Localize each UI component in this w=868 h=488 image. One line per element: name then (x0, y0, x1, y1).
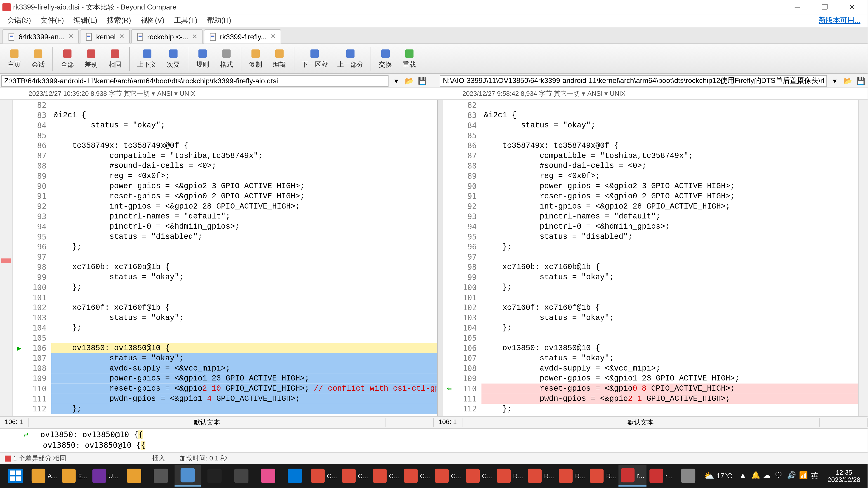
file-tab[interactable]: rockchip <-...✕ (131, 29, 203, 43)
code-line[interactable] (51, 414, 437, 416)
code-line[interactable]: pinctrl-0 = <&hdmiin_gpios>; (51, 222, 437, 232)
code-line[interactable] (482, 292, 858, 302)
taskbar-app-button[interactable] (148, 465, 174, 487)
code-line[interactable] (51, 333, 437, 343)
taskbar-app-button[interactable]: A... (29, 465, 59, 487)
code-line[interactable]: status = "okay"; (482, 353, 858, 363)
code-line[interactable]: reset-gpios = <&gpio0 2 GPIO_ACTIVE_HIGH… (51, 191, 437, 201)
tray-icon[interactable]: 🔊 (787, 471, 797, 481)
code-line[interactable]: power-gpios = <&gpio1 23 GPIO_ACTIVE_HIG… (482, 373, 858, 384)
code-line[interactable]: xc7160f: xc7160f@1b { (482, 302, 858, 313)
file-tab[interactable]: kernel✕ (80, 29, 130, 43)
code-line[interactable] (482, 333, 858, 343)
taskbar-app-button[interactable]: r... (647, 465, 675, 487)
code-line[interactable]: #sound-dai-cells = <0>; (482, 161, 858, 171)
code-line[interactable]: ov13850: ov13850@10 { (51, 343, 437, 353)
right-open-icon[interactable]: 📂 (842, 75, 853, 86)
code-line[interactable]: xc7160f: xc7160f@1b { (51, 302, 437, 313)
toolbar-reload-button[interactable]: 重载 (397, 45, 421, 72)
code-line[interactable]: power-gpios = <&gpio1 23 GPIO_ACTIVE_HIG… (51, 373, 437, 384)
taskbar-app-button[interactable]: C... (309, 465, 339, 487)
maximize-button[interactable]: ❐ (811, 1, 838, 14)
code-line[interactable]: tc358749x: tc358749x@0f { (51, 140, 437, 151)
code-line[interactable]: reset-gpios = <&gpio0 2 GPIO_ACTIVE_HIGH… (482, 191, 858, 201)
tab-close-icon[interactable]: ✕ (270, 33, 276, 40)
code-line[interactable]: xc7160b: xc7160b@1b { (482, 262, 858, 272)
left-code[interactable]: &i2c1 { status = "okay"; tc358749x: tc35… (51, 100, 437, 416)
code-line[interactable]: avdd-supply = <&vcc_mipi>; (51, 363, 437, 373)
code-line[interactable]: tc358749x: tc358749x@0f { (482, 140, 858, 151)
clock[interactable]: 12:352023/12/28 (823, 469, 865, 483)
new-version-link[interactable]: 新版本可用... (819, 15, 865, 26)
code-line[interactable]: xc7160b: xc7160b@1b { (51, 262, 437, 272)
taskbar-app-button[interactable] (2, 465, 29, 487)
toolbar-same-button[interactable]: 相同 (103, 45, 127, 72)
system-tray[interactable]: ▲🔔☁🛡🔊📶英 (735, 471, 823, 481)
code-line[interactable]: }; (51, 282, 437, 292)
code-line[interactable]: reset-gpios = <&gpio2 10 GPIO_ACTIVE_HIG… (51, 384, 437, 394)
tray-icon[interactable]: 📶 (799, 471, 809, 481)
taskbar-app-button[interactable] (175, 465, 201, 487)
toolbar-diff-button[interactable]: 差别 (79, 45, 103, 72)
close-button[interactable]: ✕ (839, 1, 865, 14)
left-open-icon[interactable]: 📂 (404, 75, 414, 86)
taskbar-app-button[interactable]: C... (371, 465, 401, 487)
code-line[interactable]: status = "okay"; (51, 272, 437, 283)
toolbar-minor-button[interactable]: 次要 (161, 45, 185, 72)
code-line[interactable] (51, 130, 437, 140)
taskbar-app-button[interactable] (282, 465, 308, 487)
code-line[interactable]: status = "okay"; (482, 272, 858, 283)
toolbar-copy-button[interactable]: 复制 (244, 45, 268, 72)
taskbar-app-button[interactable]: U... (90, 465, 121, 487)
code-line[interactable] (51, 100, 437, 110)
toolbar-all-button[interactable]: 全部 (55, 45, 79, 72)
pane-splitter[interactable] (437, 100, 443, 416)
minimize-button[interactable]: ─ (784, 1, 810, 14)
code-line[interactable]: power-gpios = <&gpio2 3 GPIO_ACTIVE_HIGH… (51, 181, 437, 191)
code-line[interactable]: status = "okay"; (51, 120, 437, 130)
code-line[interactable]: int-gpios = <&gpio2 28 GPIO_ACTIVE_HIGH>… (51, 201, 437, 212)
code-line[interactable]: avdd-supply = <&vcc_mipi>; (482, 363, 858, 373)
code-line[interactable]: }; (482, 282, 858, 292)
ime-indicator[interactable]: 英 (811, 471, 818, 481)
code-line[interactable]: ov13850: ov13850@10 { (482, 343, 858, 353)
code-line[interactable] (482, 130, 858, 140)
taskbar-app-button[interactable]: 2... (60, 465, 89, 487)
tray-icon[interactable]: 🛡 (775, 471, 784, 481)
taskbar-app-button[interactable]: R... (526, 465, 556, 487)
taskbar-app-button[interactable]: r... (619, 465, 646, 487)
code-line[interactable]: status = "okay"; (51, 313, 437, 323)
menu-item[interactable]: 视图(V) (136, 15, 169, 26)
left-pane[interactable]: ▶ 82838485868788899091929394959697989910… (13, 100, 437, 416)
tray-icon[interactable]: ☁ (763, 471, 773, 481)
code-line[interactable] (482, 414, 858, 416)
code-line[interactable]: power-gpios = <&gpio2 3 GPIO_ACTIVE_HIGH… (482, 181, 858, 191)
taskbar-app-button[interactable]: C... (402, 465, 432, 487)
toolbar-format-button[interactable]: 格式 (215, 45, 238, 72)
tab-close-icon[interactable]: ✕ (192, 33, 197, 40)
tray-icon[interactable]: ▲ (739, 471, 749, 481)
toolbar-home-button[interactable]: 主页 (2, 45, 26, 72)
code-line[interactable]: }; (51, 404, 437, 414)
right-save-icon[interactable]: 💾 (856, 75, 866, 86)
toolbar-prev-button[interactable]: 上一部分 (333, 45, 368, 72)
taskbar-app-button[interactable]: R... (495, 465, 525, 487)
right-scrollbar[interactable] (858, 100, 868, 416)
windows-taskbar[interactable]: A...2...U...C...C...C...C...C...C...R...… (0, 464, 868, 488)
taskbar-app-button[interactable] (228, 465, 254, 487)
code-line[interactable]: pwdn-gpios = <&gpio1 4 GPIO_ACTIVE_HIGH>… (51, 394, 437, 404)
code-line[interactable]: pinctrl-0 = <&hdmiin_gpios>; (482, 222, 858, 232)
right-pane[interactable]: ⇐ 82838485868788899091929394959697989910… (443, 100, 868, 416)
file-tab[interactable]: 64rk3399-an...✕ (2, 29, 79, 43)
code-line[interactable]: pinctrl-names = "default"; (51, 212, 437, 222)
code-line[interactable]: status = "okay"; (482, 313, 858, 323)
code-line[interactable]: status = "okay"; (51, 353, 437, 363)
code-line[interactable]: status = "okay"; (482, 120, 858, 130)
tab-close-icon[interactable]: ✕ (68, 33, 74, 40)
code-line[interactable]: }; (482, 323, 858, 333)
toolbar-next-button[interactable]: 下一区段 (297, 45, 333, 72)
taskbar-app-button[interactable] (675, 465, 702, 487)
menu-item[interactable]: 编辑(E) (69, 15, 102, 26)
code-line[interactable]: }; (482, 404, 858, 414)
code-line[interactable]: reset-gpios = <&gpio0 8 GPIO_ACTIVE_HIGH… (482, 384, 858, 394)
